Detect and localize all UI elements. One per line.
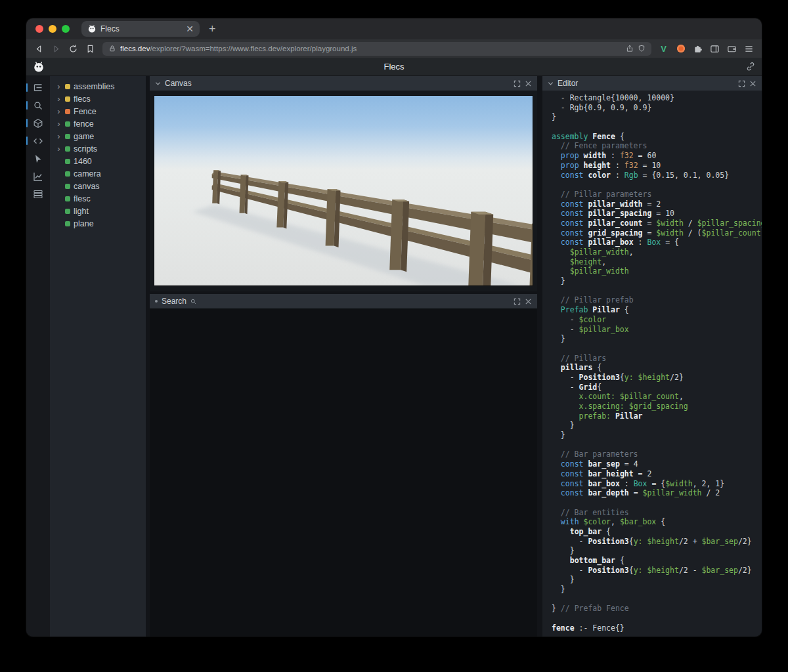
- forward-button[interactable]: [51, 44, 61, 54]
- code-line: }: [552, 430, 762, 440]
- expand-chevron-icon[interactable]: ›: [56, 144, 62, 153]
- code-line: }: [552, 334, 762, 344]
- reload-button[interactable]: [68, 44, 78, 54]
- code-line: const bar_box : Box = {$width, 2, 1}: [552, 479, 762, 489]
- code-line: const bar_depth = $pillar_width / 2: [552, 488, 762, 498]
- share-icon[interactable]: [626, 45, 634, 52]
- expand-chevron-icon[interactable]: ›: [56, 94, 62, 103]
- search-panel-title: Search: [162, 297, 186, 306]
- expand-chevron-icon[interactable]: ›: [56, 107, 62, 116]
- tree-item-Fence[interactable]: ›Fence: [56, 105, 143, 117]
- code-line: fence :- Fence{}: [552, 623, 762, 633]
- code-line: // Pillar parameters: [552, 190, 762, 200]
- page-title: Flecs: [26, 62, 762, 72]
- entity-label: Fence: [74, 107, 97, 116]
- orange-extension-icon[interactable]: [676, 44, 686, 54]
- code-line: prop height : f32 = 10: [552, 161, 762, 171]
- entity-color-dot: [65, 109, 70, 114]
- code-editor-icon[interactable]: [33, 136, 43, 146]
- shield-icon[interactable]: [638, 45, 646, 52]
- panel-bullet-icon: [155, 300, 158, 303]
- browser-toolbar: flecs.dev/explorer/?wasm=https://www.fle…: [26, 39, 762, 58]
- expand-chevron-icon[interactable]: ›: [56, 132, 62, 140]
- chevron-down-icon[interactable]: [548, 81, 554, 87]
- center-column: Canvas: [150, 76, 537, 637]
- browser-tab[interactable]: Flecs ✕: [81, 21, 200, 37]
- close-icon[interactable]: [525, 80, 532, 87]
- url-text: flecs.dev/explorer/?wasm=https://www.fle…: [120, 45, 622, 52]
- back-button[interactable]: [34, 44, 44, 54]
- code-line: - Grid{: [552, 383, 762, 392]
- app-body: ›assemblies›flecs›Fence›fence›game›scrip…: [26, 76, 762, 637]
- tab-strip: Flecs ✕ +: [26, 18, 762, 39]
- flecs-explorer-app: Flecs ›assemblies›flecs›Fence›fence›game…: [26, 58, 762, 637]
- search-panel-header: Search: [150, 294, 537, 308]
- tab-close-icon[interactable]: ✕: [186, 24, 194, 33]
- address-bar[interactable]: flecs.dev/explorer/?wasm=https://www.fle…: [102, 42, 651, 56]
- expand-icon[interactable]: [514, 80, 521, 87]
- expand-chevron-icon[interactable]: ›: [56, 82, 62, 91]
- entity-label: canvas: [74, 182, 100, 191]
- stats-icon[interactable]: [33, 189, 43, 200]
- vue-devtools-extension-icon[interactable]: V: [659, 44, 668, 54]
- search-magnifier-icon: [190, 299, 196, 304]
- wallet-icon[interactable]: [727, 44, 737, 54]
- new-tab-button[interactable]: +: [209, 23, 216, 35]
- inspect-icon[interactable]: [33, 154, 43, 164]
- expand-icon[interactable]: [738, 80, 745, 87]
- tree-item-camera[interactable]: camera: [56, 167, 143, 180]
- tree-item-1460[interactable]: 1460: [56, 155, 143, 167]
- code-line: const pillar_box : Box = {: [552, 238, 762, 247]
- canvas-panel-body: [150, 91, 537, 291]
- code-line: $height,: [552, 257, 762, 267]
- code-line: prop width : f32 = 60: [552, 151, 762, 161]
- close-icon[interactable]: [749, 80, 756, 87]
- tree-item-fence[interactable]: ›fence: [56, 117, 143, 130]
- close-icon[interactable]: [525, 298, 532, 305]
- canvas-panel-title: Canvas: [165, 79, 192, 88]
- code-line: }: [552, 112, 762, 122]
- tree-item-light[interactable]: light: [56, 205, 143, 217]
- menu-icon[interactable]: [744, 44, 754, 54]
- code-line: [552, 344, 762, 354]
- chevron-down-icon[interactable]: [155, 81, 161, 87]
- expand-icon[interactable]: [514, 298, 521, 305]
- canvas-cube-icon[interactable]: [33, 118, 43, 129]
- entity-color-dot: [65, 121, 70, 127]
- entity-color-dot: [65, 196, 70, 201]
- editor-code[interactable]: - Rectangle{10000, 10000} - Rgb{0.9, 0.9…: [542, 91, 762, 637]
- tree-item-game[interactable]: ›game: [56, 130, 143, 142]
- code-line: x.count: $pillar_count,: [552, 392, 762, 402]
- close-window-button[interactable]: [35, 25, 43, 33]
- entity-color-dot: [65, 171, 70, 177]
- expand-chevron-icon[interactable]: ›: [56, 119, 62, 128]
- code-line: // Pillar prefab: [552, 295, 762, 305]
- minimize-window-button[interactable]: [49, 25, 56, 33]
- entity-label: camera: [74, 169, 101, 178]
- entity-label: scripts: [74, 144, 97, 154]
- code-line: const pillar_width = 2: [552, 200, 762, 209]
- tree-item-scripts[interactable]: ›scripts: [56, 142, 143, 155]
- code-line: - $color: [552, 315, 762, 325]
- entities-tree-icon[interactable]: [33, 83, 43, 93]
- code-line: const bar_sep = 4: [552, 459, 762, 469]
- tree-item-flesc[interactable]: flesc: [56, 192, 143, 205]
- browser-window: Flecs ✕ + flecs.dev/explorer/?wasm=https…: [26, 18, 762, 637]
- tree-item-canvas[interactable]: canvas: [56, 180, 143, 192]
- code-line: const bar_height = 2: [552, 469, 762, 479]
- tree-item-plane[interactable]: plane: [56, 217, 143, 230]
- chart-icon[interactable]: [33, 171, 43, 182]
- search-icon[interactable]: [33, 100, 43, 111]
- extensions-puzzle-icon[interactable]: [693, 44, 703, 54]
- 3d-viewport[interactable]: [154, 95, 533, 286]
- entity-label: game: [74, 132, 94, 141]
- share-link-icon[interactable]: [746, 62, 755, 72]
- search-panel-body[interactable]: [150, 308, 537, 637]
- tree-item-flecs[interactable]: ›flecs: [56, 93, 143, 105]
- code-line: - $pillar_box: [552, 325, 762, 335]
- tree-item-assemblies[interactable]: ›assemblies: [56, 80, 143, 93]
- sidebar-panel-icon[interactable]: [710, 44, 720, 54]
- lock-icon: [108, 45, 116, 52]
- zoom-window-button[interactable]: [62, 25, 70, 33]
- bookmark-icon[interactable]: [85, 44, 95, 54]
